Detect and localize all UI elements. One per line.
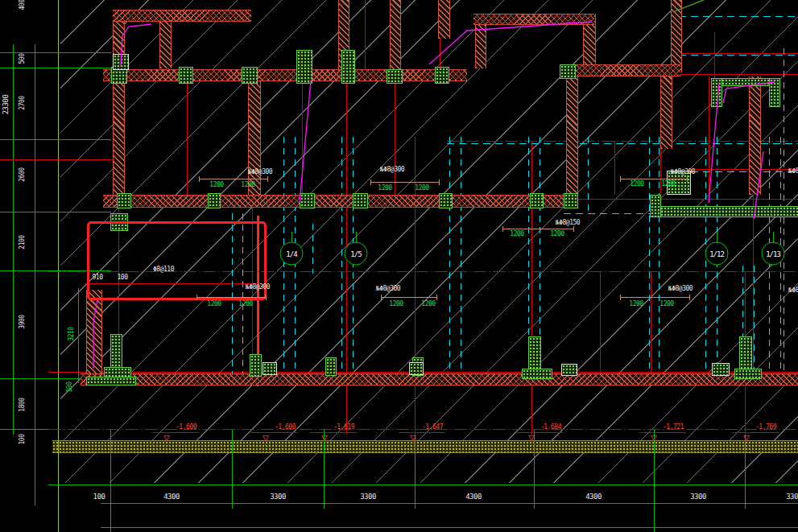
elevation-value: -1.647	[422, 423, 443, 431]
dim-bracket-tick	[370, 179, 371, 185]
axis-bubble: 1/4	[280, 242, 304, 266]
axis-bubble-stem	[356, 232, 357, 243]
elevation-triangle-icon: ▽	[528, 432, 535, 443]
dim-bracket	[620, 297, 689, 298]
elevation-value: -1.619	[333, 423, 354, 431]
dim-bracket-tick	[381, 295, 382, 300]
dim-inner: 910	[93, 274, 103, 281]
highlight-box	[87, 221, 267, 300]
dim-bracket-tick	[436, 295, 437, 300]
dim-1200: 1200	[238, 300, 252, 307]
axis-bubble-stem	[291, 232, 292, 243]
axis-bubble: 1/13	[762, 242, 785, 266]
dim-inner: 100	[66, 382, 73, 393]
dim-total-left: 23300	[2, 95, 10, 115]
dim-bracket	[370, 182, 439, 183]
dim-1200: 1200	[421, 300, 435, 307]
highlight-rebar-annotation: Φ8@110	[153, 266, 174, 273]
dim-1200: 1200	[661, 180, 675, 188]
dim-bracket-tick	[196, 295, 197, 300]
rebar-annotation: №Φ8@150	[556, 219, 580, 226]
cad-drawing-canvas[interactable]: 2330040050027002600210039001800100100430…	[0, 0, 798, 532]
elevation-value: -1.769	[755, 423, 776, 431]
elevation-value: -1.684	[540, 423, 561, 431]
dim-bracket-tick	[266, 295, 267, 300]
dim-bottom: 3300	[360, 493, 376, 501]
elevation-triangle-icon: ▽	[321, 432, 328, 443]
rebar-annotation: №Φ8@300	[376, 285, 400, 292]
dim-1200: 1200	[510, 230, 523, 237]
dim-1200: 1200	[659, 300, 673, 307]
elevation-value: -1.600	[275, 423, 296, 431]
dim-1200: 1200	[629, 300, 643, 307]
rebar-annotation: №Φ8@3	[788, 167, 798, 175]
dim-bracket-tick	[199, 176, 200, 182]
elevation-triangle-icon: ▽	[410, 432, 416, 443]
elevation-triangle-icon: ▽	[163, 432, 170, 443]
dim-1200: 1200	[241, 181, 254, 188]
elevation-underline	[152, 432, 199, 433]
axis-bubble-stem	[773, 232, 774, 243]
dim-bracket-tick	[620, 176, 621, 182]
dim-bottom: 100	[93, 493, 105, 501]
dim-bottom: 3300	[270, 493, 286, 501]
dim-left: 2700	[19, 96, 26, 109]
dim-bottom: 4300	[465, 493, 482, 501]
dim-1200: 1200	[630, 180, 643, 188]
elevation-triangle-icon: ▽	[651, 432, 657, 443]
rebar-annotation: №Φ8@300	[668, 285, 693, 292]
dim-1200: 1200	[378, 184, 391, 192]
elevation-value: -1.600	[176, 423, 196, 431]
dim-left: 100	[19, 435, 26, 445]
dim-bracket-tick	[687, 176, 688, 182]
dim-bracket-tick	[620, 295, 621, 300]
rebar-annotation: №Φ8@3	[788, 287, 798, 294]
dim-bottom: 3300	[690, 493, 706, 501]
rebar-annotation: №Φ8@300	[246, 283, 270, 291]
dim-bottom: 4300	[585, 493, 602, 501]
dim-bracket-tick	[439, 179, 440, 185]
elevation-triangle-icon: ▽	[743, 432, 750, 443]
rebar-annotation: №Φ8@300	[671, 168, 695, 175]
dim-bottom: 3300	[786, 493, 798, 501]
axis-bubble-stem	[717, 232, 717, 243]
elevation-underline	[399, 432, 445, 433]
elevation-underline	[639, 432, 686, 433]
dim-bracket-tick	[502, 226, 503, 232]
elevation-underline	[251, 432, 298, 433]
elevation-underline	[732, 432, 779, 433]
dim-inner: 3210	[68, 327, 75, 340]
rebar-annotation: №Φ8@300	[380, 166, 404, 173]
dim-1200: 1200	[207, 300, 221, 307]
elevation-value: -1.721	[663, 423, 684, 431]
dim-1200: 1200	[389, 300, 403, 307]
elevation-triangle-icon: ▽	[263, 432, 269, 443]
dim-left: 400	[19, 0, 26, 10]
dim-inner: 100	[118, 274, 128, 281]
dim-bracket	[381, 297, 436, 298]
elevation-underline	[517, 432, 564, 433]
dim-left: 1800	[19, 398, 26, 411]
dim-1200: 1200	[415, 184, 428, 192]
dim-bracket-tick	[573, 226, 574, 232]
dim-left: 500	[19, 54, 26, 64]
dim-1200: 1200	[550, 230, 564, 237]
dim-bottom: 4300	[163, 493, 180, 501]
dim-bracket	[196, 297, 266, 298]
dim-1200: 1200	[209, 181, 223, 188]
elevation-underline	[310, 432, 357, 433]
axis-bubble: 1/12	[705, 242, 729, 266]
rebar-annotation: №Φ8@300	[248, 168, 272, 175]
dim-left: 2100	[19, 235, 26, 249]
dim-bracket	[199, 179, 267, 179]
dim-bracket-tick	[689, 295, 690, 300]
dim-left: 2600	[19, 167, 26, 181]
dim-bracket-tick	[267, 176, 268, 182]
axis-bubble: 1/5	[345, 242, 368, 266]
dim-left: 3900	[19, 315, 26, 328]
